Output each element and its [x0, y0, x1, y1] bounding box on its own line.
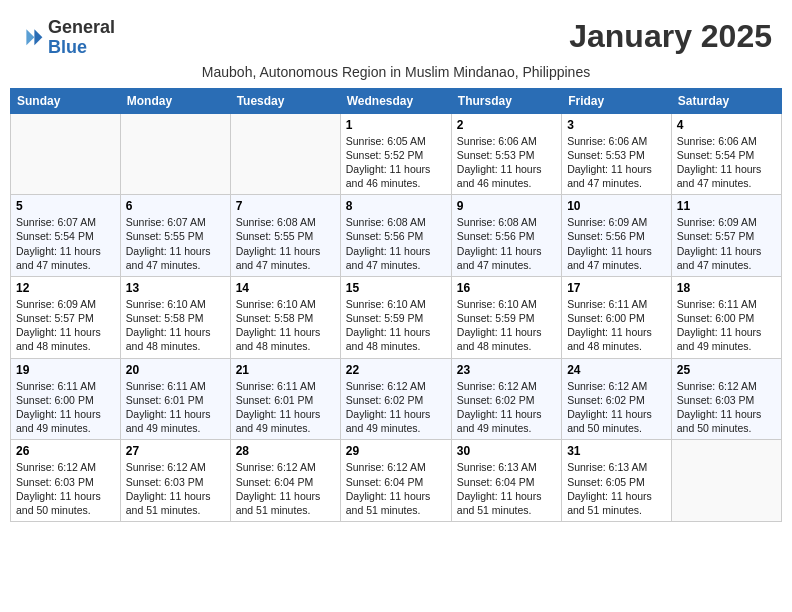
day-info: Sunrise: 6:12 AM Sunset: 6:02 PM Dayligh… [567, 379, 666, 436]
calendar-cell: 4Sunrise: 6:06 AM Sunset: 5:54 PM Daylig… [671, 113, 781, 195]
calendar-cell: 15Sunrise: 6:10 AM Sunset: 5:59 PM Dayli… [340, 276, 451, 358]
calendar-cell [671, 440, 781, 522]
day-info: Sunrise: 6:09 AM Sunset: 5:57 PM Dayligh… [677, 215, 776, 272]
calendar-cell: 10Sunrise: 6:09 AM Sunset: 5:56 PM Dayli… [562, 195, 672, 277]
day-number: 30 [457, 444, 556, 458]
calendar-cell: 5Sunrise: 6:07 AM Sunset: 5:54 PM Daylig… [11, 195, 121, 277]
day-number: 22 [346, 363, 446, 377]
calendar-cell: 29Sunrise: 6:12 AM Sunset: 6:04 PM Dayli… [340, 440, 451, 522]
day-number: 6 [126, 199, 225, 213]
day-number: 24 [567, 363, 666, 377]
logo-general-text: General [48, 17, 115, 37]
day-info: Sunrise: 6:07 AM Sunset: 5:54 PM Dayligh… [16, 215, 115, 272]
calendar-cell [230, 113, 340, 195]
day-info: Sunrise: 6:10 AM Sunset: 5:58 PM Dayligh… [236, 297, 335, 354]
calendar-cell: 30Sunrise: 6:13 AM Sunset: 6:04 PM Dayli… [451, 440, 561, 522]
day-number: 18 [677, 281, 776, 295]
calendar-week-3: 12Sunrise: 6:09 AM Sunset: 5:57 PM Dayli… [11, 276, 782, 358]
calendar-cell: 23Sunrise: 6:12 AM Sunset: 6:02 PM Dayli… [451, 358, 561, 440]
calendar-cell: 8Sunrise: 6:08 AM Sunset: 5:56 PM Daylig… [340, 195, 451, 277]
day-number: 28 [236, 444, 335, 458]
day-info: Sunrise: 6:11 AM Sunset: 6:01 PM Dayligh… [126, 379, 225, 436]
day-number: 25 [677, 363, 776, 377]
day-number: 10 [567, 199, 666, 213]
weekday-header-saturday: Saturday [671, 88, 781, 113]
day-number: 12 [16, 281, 115, 295]
day-info: Sunrise: 6:12 AM Sunset: 6:03 PM Dayligh… [16, 460, 115, 517]
logo-blue-text: Blue [48, 37, 87, 57]
calendar-table: SundayMondayTuesdayWednesdayThursdayFrid… [10, 88, 782, 522]
day-info: Sunrise: 6:07 AM Sunset: 5:55 PM Dayligh… [126, 215, 225, 272]
day-info: Sunrise: 6:13 AM Sunset: 6:05 PM Dayligh… [567, 460, 666, 517]
day-number: 20 [126, 363, 225, 377]
calendar-week-2: 5Sunrise: 6:07 AM Sunset: 5:54 PM Daylig… [11, 195, 782, 277]
day-info: Sunrise: 6:10 AM Sunset: 5:58 PM Dayligh… [126, 297, 225, 354]
calendar-cell: 12Sunrise: 6:09 AM Sunset: 5:57 PM Dayli… [11, 276, 121, 358]
day-info: Sunrise: 6:06 AM Sunset: 5:53 PM Dayligh… [457, 134, 556, 191]
weekday-header-tuesday: Tuesday [230, 88, 340, 113]
day-number: 31 [567, 444, 666, 458]
day-info: Sunrise: 6:12 AM Sunset: 6:03 PM Dayligh… [126, 460, 225, 517]
calendar-cell: 22Sunrise: 6:12 AM Sunset: 6:02 PM Dayli… [340, 358, 451, 440]
calendar-cell: 28Sunrise: 6:12 AM Sunset: 6:04 PM Dayli… [230, 440, 340, 522]
day-number: 11 [677, 199, 776, 213]
calendar-cell: 11Sunrise: 6:09 AM Sunset: 5:57 PM Dayli… [671, 195, 781, 277]
day-info: Sunrise: 6:12 AM Sunset: 6:04 PM Dayligh… [346, 460, 446, 517]
calendar-cell: 7Sunrise: 6:08 AM Sunset: 5:55 PM Daylig… [230, 195, 340, 277]
day-number: 27 [126, 444, 225, 458]
day-info: Sunrise: 6:06 AM Sunset: 5:54 PM Dayligh… [677, 134, 776, 191]
calendar-cell: 18Sunrise: 6:11 AM Sunset: 6:00 PM Dayli… [671, 276, 781, 358]
weekday-header-monday: Monday [120, 88, 230, 113]
day-info: Sunrise: 6:09 AM Sunset: 5:57 PM Dayligh… [16, 297, 115, 354]
day-info: Sunrise: 6:11 AM Sunset: 6:00 PM Dayligh… [567, 297, 666, 354]
day-number: 8 [346, 199, 446, 213]
day-number: 1 [346, 118, 446, 132]
calendar-cell: 19Sunrise: 6:11 AM Sunset: 6:00 PM Dayli… [11, 358, 121, 440]
day-number: 19 [16, 363, 115, 377]
calendar-week-1: 1Sunrise: 6:05 AM Sunset: 5:52 PM Daylig… [11, 113, 782, 195]
calendar-cell: 1Sunrise: 6:05 AM Sunset: 5:52 PM Daylig… [340, 113, 451, 195]
weekday-header-friday: Friday [562, 88, 672, 113]
day-number: 23 [457, 363, 556, 377]
day-info: Sunrise: 6:12 AM Sunset: 6:03 PM Dayligh… [677, 379, 776, 436]
day-info: Sunrise: 6:12 AM Sunset: 6:04 PM Dayligh… [236, 460, 335, 517]
calendar-cell [120, 113, 230, 195]
weekday-header-sunday: Sunday [11, 88, 121, 113]
calendar-cell: 20Sunrise: 6:11 AM Sunset: 6:01 PM Dayli… [120, 358, 230, 440]
day-info: Sunrise: 6:11 AM Sunset: 6:00 PM Dayligh… [677, 297, 776, 354]
calendar-cell: 14Sunrise: 6:10 AM Sunset: 5:58 PM Dayli… [230, 276, 340, 358]
day-info: Sunrise: 6:08 AM Sunset: 5:55 PM Dayligh… [236, 215, 335, 272]
day-info: Sunrise: 6:06 AM Sunset: 5:53 PM Dayligh… [567, 134, 666, 191]
subtitle: Mauboh, Autonomous Region in Muslim Mind… [10, 64, 782, 80]
calendar-week-4: 19Sunrise: 6:11 AM Sunset: 6:00 PM Dayli… [11, 358, 782, 440]
month-title: January 2025 [569, 18, 772, 55]
day-info: Sunrise: 6:13 AM Sunset: 6:04 PM Dayligh… [457, 460, 556, 517]
day-info: Sunrise: 6:12 AM Sunset: 6:02 PM Dayligh… [457, 379, 556, 436]
day-info: Sunrise: 6:08 AM Sunset: 5:56 PM Dayligh… [457, 215, 556, 272]
day-info: Sunrise: 6:11 AM Sunset: 6:00 PM Dayligh… [16, 379, 115, 436]
calendar-cell: 16Sunrise: 6:10 AM Sunset: 5:59 PM Dayli… [451, 276, 561, 358]
calendar-cell: 9Sunrise: 6:08 AM Sunset: 5:56 PM Daylig… [451, 195, 561, 277]
calendar-cell: 17Sunrise: 6:11 AM Sunset: 6:00 PM Dayli… [562, 276, 672, 358]
day-info: Sunrise: 6:08 AM Sunset: 5:56 PM Dayligh… [346, 215, 446, 272]
page-header: General Blue January 2025 [10, 10, 782, 62]
day-number: 3 [567, 118, 666, 132]
calendar-cell: 13Sunrise: 6:10 AM Sunset: 5:58 PM Dayli… [120, 276, 230, 358]
calendar-cell: 6Sunrise: 6:07 AM Sunset: 5:55 PM Daylig… [120, 195, 230, 277]
svg-marker-0 [34, 29, 42, 45]
svg-marker-1 [26, 29, 34, 45]
logo: General Blue [20, 18, 115, 58]
day-number: 21 [236, 363, 335, 377]
day-info: Sunrise: 6:12 AM Sunset: 6:02 PM Dayligh… [346, 379, 446, 436]
day-number: 26 [16, 444, 115, 458]
day-number: 5 [16, 199, 115, 213]
day-number: 9 [457, 199, 556, 213]
calendar-cell: 31Sunrise: 6:13 AM Sunset: 6:05 PM Dayli… [562, 440, 672, 522]
day-number: 17 [567, 281, 666, 295]
day-number: 29 [346, 444, 446, 458]
day-number: 7 [236, 199, 335, 213]
day-info: Sunrise: 6:10 AM Sunset: 5:59 PM Dayligh… [457, 297, 556, 354]
calendar-week-5: 26Sunrise: 6:12 AM Sunset: 6:03 PM Dayli… [11, 440, 782, 522]
day-info: Sunrise: 6:05 AM Sunset: 5:52 PM Dayligh… [346, 134, 446, 191]
day-number: 15 [346, 281, 446, 295]
